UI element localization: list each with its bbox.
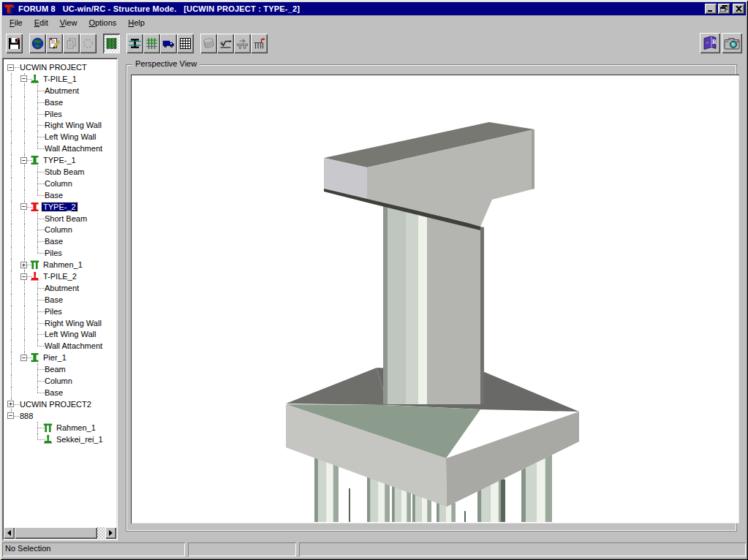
tree-guide-line: [37, 340, 38, 346]
scroll-left-button[interactable]: [4, 527, 15, 539]
model-column-shade-2: [406, 208, 418, 404]
perspective-canvas[interactable]: [131, 75, 739, 523]
menu-help[interactable]: Help: [122, 17, 151, 29]
tree-item-right-wing-wall[interactable]: Right Wing Wall: [43, 121, 103, 129]
collapse-expander[interactable]: −: [20, 203, 27, 210]
menu-file[interactable]: File: [4, 17, 29, 29]
tree-item-base[interactable]: Base: [43, 191, 64, 200]
tree-item-column[interactable]: Column: [43, 377, 74, 385]
tree-guide-line: [24, 178, 25, 189]
rebar-button[interactable]: [143, 34, 160, 53]
scrollbar-track[interactable]: [97, 527, 105, 539]
tree-item-piles[interactable]: Piles: [43, 110, 64, 118]
tree-guide-line: [37, 428, 38, 434]
tree-item-t-pile-1[interactable]: T-PILE_1: [42, 75, 78, 83]
grid-table-button[interactable]: [177, 34, 194, 53]
capture-camera-button[interactable]: [722, 33, 742, 53]
tree-item-column[interactable]: Column: [43, 225, 74, 234]
tree-item-left-wing-wall[interactable]: Left Wing Wall: [43, 330, 98, 338]
scrollbar-thumb[interactable]: [15, 527, 97, 539]
tree-guide-line: [24, 282, 25, 294]
grid-table-icon: [179, 37, 192, 50]
tree-guide-line: [24, 306, 25, 317]
model-pile-shadow-edge: [349, 488, 350, 522]
tree-item-ucwin-project[interactable]: UCWIN PROJECT: [18, 63, 88, 72]
menu-options[interactable]: Options: [83, 17, 122, 29]
table-arrow-button[interactable]: [234, 34, 251, 53]
close-button[interactable]: [733, 4, 744, 14]
tree-guide-line: [24, 340, 25, 352]
menu-edit[interactable]: Edit: [29, 17, 54, 29]
tree-item-base[interactable]: Base: [43, 388, 64, 397]
frame-arrow-button[interactable]: [251, 34, 268, 53]
selection-circle-icon: [82, 37, 94, 50]
collapse-expander[interactable]: −: [20, 355, 27, 361]
tree-item-type-1[interactable]: TYPE-_1: [42, 156, 78, 164]
tree-item-left-wing-wall[interactable]: Left Wing Wall: [43, 132, 98, 141]
model-pile-stripe: [451, 503, 456, 522]
tree-guide-line: [37, 189, 38, 195]
steel-section-button[interactable]: [126, 34, 143, 53]
collapse-expander[interactable]: −: [20, 157, 27, 164]
status-panel-1: [188, 542, 296, 556]
collapse-expander[interactable]: −: [20, 273, 27, 280]
tree-item-sekkei-rei-1[interactable]: Sekkei_rei_1: [55, 435, 105, 444]
expand-expander[interactable]: +: [7, 401, 14, 407]
scroll-right-button[interactable]: [105, 527, 116, 539]
tree-guide-line: [37, 311, 38, 317]
tree-horizontal-scrollbar[interactable]: [4, 527, 116, 539]
tree-item-wall-attachment[interactable]: Wall Attachment: [43, 144, 104, 153]
minimize-button[interactable]: [705, 4, 717, 14]
tree-guide-line: [37, 230, 38, 235]
tree-guide-line: [24, 247, 25, 259]
tree-item-right-wing-wall[interactable]: Right Wing Wall: [43, 319, 103, 328]
collapse-expander[interactable]: −: [7, 412, 14, 419]
tree-row: −T-PILE_1: [4, 73, 116, 85]
table-arrow-icon: [236, 37, 249, 50]
globe-button[interactable]: [29, 34, 46, 53]
tree-item-piles[interactable]: Piles: [43, 249, 64, 257]
help-book-icon: R≡: [701, 34, 719, 52]
tree-item-beam[interactable]: Beam: [43, 365, 67, 374]
tree-guide-line: [11, 213, 12, 224]
tree-row: Stub Beam: [4, 166, 116, 178]
collapse-expander[interactable]: −: [7, 64, 14, 71]
tree-guide-line: [24, 143, 25, 154]
toolbar: R≡: [2, 30, 746, 56]
collapse-expander[interactable]: −: [20, 75, 27, 82]
edit-report-button[interactable]: [46, 34, 63, 53]
tree-item-base[interactable]: Base: [43, 237, 64, 246]
menu-view[interactable]: View: [54, 17, 83, 29]
tree-item-ucwin-project2[interactable]: UCWIN PROJECT2: [18, 400, 93, 409]
tree-item-rahmen-1[interactable]: Rahmen_1: [55, 423, 97, 432]
truck-button[interactable]: [160, 34, 177, 53]
expand-expander[interactable]: +: [20, 262, 27, 268]
tree-item-rahmen-1[interactable]: Rahmen_1: [42, 260, 84, 269]
tree-item-type-2[interactable]: TYPE-_2: [42, 203, 78, 211]
tree-guide-line: [24, 213, 25, 224]
app-logo-icon[interactable]: [4, 4, 15, 15]
help-book-button[interactable]: R≡: [700, 33, 720, 53]
tree-item-t-pile-2[interactable]: T-PILE_2: [42, 272, 78, 281]
model-pile-stripe: [385, 483, 390, 522]
tree-item-abutment[interactable]: Abutment: [43, 86, 80, 95]
structure-pillars-button[interactable]: [103, 34, 120, 53]
save-button[interactable]: [6, 34, 23, 53]
model-pile-stripe: [327, 462, 333, 522]
tree-item-short-beam[interactable]: Short Beam: [43, 214, 88, 223]
tree-item-base[interactable]: Base: [43, 98, 64, 107]
tree-guide-line: [11, 131, 12, 143]
tree-item-888[interactable]: 888: [18, 412, 34, 420]
tree-item-wall-attachment[interactable]: Wall Attachment: [43, 341, 104, 350]
tree-item-column[interactable]: Column: [43, 179, 74, 188]
tree-item-pier-1[interactable]: Pier_1: [42, 353, 68, 362]
tree-item-stub-beam[interactable]: Stub Beam: [43, 167, 86, 176]
tree-guide-line: [24, 97, 25, 108]
tree-item-piles[interactable]: Piles: [43, 307, 64, 316]
tree-item-base[interactable]: Base: [43, 295, 64, 304]
restore-button[interactable]: [718, 4, 730, 14]
tree-item-abutment[interactable]: Abutment: [43, 284, 80, 292]
tree-row: Wall Attachment: [4, 340, 116, 352]
model-pile-stripe: [395, 487, 401, 522]
load-curve-button[interactable]: [217, 34, 234, 53]
